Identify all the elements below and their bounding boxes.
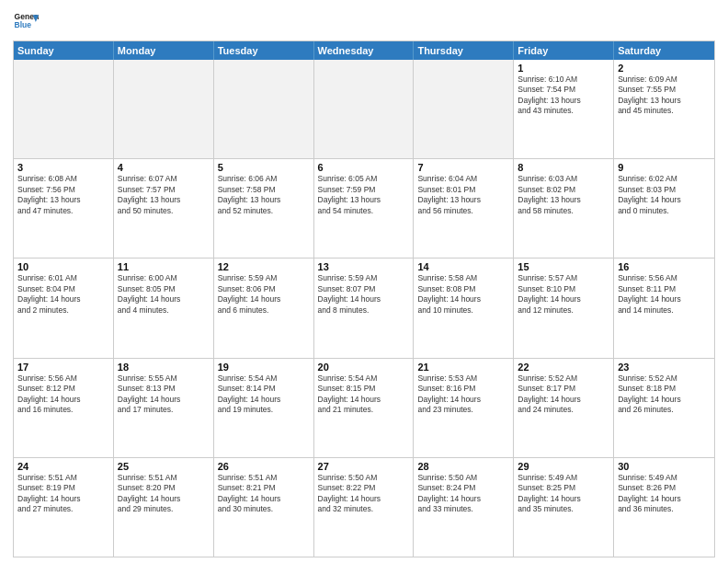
- weekday-header-saturday: Saturday: [614, 41, 714, 60]
- day-cell-30: 30Sunrise: 5:49 AM Sunset: 8:26 PM Dayli…: [614, 458, 714, 557]
- day-number: 12: [218, 261, 310, 272]
- day-info: Sunrise: 6:04 AM Sunset: 8:01 PM Dayligh…: [417, 174, 509, 216]
- day-info: Sunrise: 6:08 AM Sunset: 7:56 PM Dayligh…: [17, 174, 109, 216]
- day-cell-25: 25Sunrise: 5:51 AM Sunset: 8:20 PM Dayli…: [114, 458, 214, 557]
- day-number: 27: [318, 461, 410, 472]
- day-info: Sunrise: 6:07 AM Sunset: 7:57 PM Dayligh…: [118, 174, 210, 216]
- day-number: 7: [417, 162, 509, 173]
- day-number: 4: [118, 162, 210, 173]
- day-info: Sunrise: 6:00 AM Sunset: 8:05 PM Dayligh…: [118, 273, 210, 316]
- day-info: Sunrise: 6:03 AM Sunset: 8:02 PM Dayligh…: [518, 174, 609, 216]
- day-number: 29: [518, 461, 609, 472]
- day-info: Sunrise: 5:55 AM Sunset: 8:13 PM Dayligh…: [118, 373, 210, 416]
- day-cell-6: 6Sunrise: 6:05 AM Sunset: 7:59 PM Daylig…: [314, 159, 415, 258]
- day-cell-26: 26Sunrise: 5:51 AM Sunset: 8:21 PM Dayli…: [214, 458, 314, 557]
- day-cell-29: 29Sunrise: 5:49 AM Sunset: 8:25 PM Dayli…: [514, 458, 614, 557]
- day-info: Sunrise: 5:50 AM Sunset: 8:24 PM Dayligh…: [417, 473, 509, 515]
- day-info: Sunrise: 5:54 AM Sunset: 8:15 PM Dayligh…: [318, 373, 410, 416]
- day-cell-27: 27Sunrise: 5:50 AM Sunset: 8:22 PM Dayli…: [314, 458, 415, 557]
- day-cell-4: 4Sunrise: 6:07 AM Sunset: 7:57 PM Daylig…: [114, 159, 214, 258]
- empty-cell: [314, 60, 415, 158]
- day-info: Sunrise: 5:52 AM Sunset: 8:17 PM Dayligh…: [518, 373, 609, 416]
- day-cell-28: 28Sunrise: 5:50 AM Sunset: 8:24 PM Dayli…: [414, 458, 514, 557]
- day-info: Sunrise: 5:51 AM Sunset: 8:21 PM Dayligh…: [218, 473, 310, 515]
- day-info: Sunrise: 6:10 AM Sunset: 7:54 PM Dayligh…: [518, 75, 609, 117]
- weekday-header-wednesday: Wednesday: [314, 41, 415, 60]
- day-cell-16: 16Sunrise: 5:56 AM Sunset: 8:11 PM Dayli…: [614, 259, 714, 357]
- logo: General Blue: [13, 9, 39, 35]
- calendar: SundayMondayTuesdayWednesdayThursdayFrid…: [13, 40, 715, 557]
- day-info: Sunrise: 6:01 AM Sunset: 8:04 PM Dayligh…: [17, 273, 109, 316]
- day-info: Sunrise: 5:49 AM Sunset: 8:26 PM Dayligh…: [618, 473, 711, 515]
- day-number: 21: [417, 362, 509, 373]
- day-cell-15: 15Sunrise: 5:57 AM Sunset: 8:10 PM Dayli…: [514, 259, 614, 357]
- day-info: Sunrise: 5:58 AM Sunset: 8:08 PM Dayligh…: [417, 273, 509, 316]
- day-cell-21: 21Sunrise: 5:53 AM Sunset: 8:16 PM Dayli…: [414, 359, 514, 457]
- weekday-header-tuesday: Tuesday: [214, 41, 314, 60]
- calendar-row-2: 10Sunrise: 6:01 AM Sunset: 8:04 PM Dayli…: [14, 258, 714, 357]
- day-cell-8: 8Sunrise: 6:03 AM Sunset: 8:02 PM Daylig…: [514, 159, 614, 258]
- day-info: Sunrise: 5:52 AM Sunset: 8:18 PM Dayligh…: [618, 373, 711, 416]
- day-number: 30: [618, 461, 711, 472]
- day-info: Sunrise: 5:51 AM Sunset: 8:19 PM Dayligh…: [17, 473, 109, 515]
- day-number: 14: [417, 261, 509, 272]
- day-number: 15: [518, 261, 609, 272]
- day-cell-12: 12Sunrise: 5:59 AM Sunset: 8:06 PM Dayli…: [214, 259, 314, 357]
- day-number: 19: [218, 362, 310, 373]
- calendar-row-3: 17Sunrise: 5:56 AM Sunset: 8:12 PM Dayli…: [14, 358, 714, 457]
- header: General Blue: [13, 9, 715, 35]
- calendar-row-4: 24Sunrise: 5:51 AM Sunset: 8:19 PM Dayli…: [14, 457, 714, 557]
- empty-cell: [114, 60, 214, 158]
- day-cell-18: 18Sunrise: 5:55 AM Sunset: 8:13 PM Dayli…: [114, 359, 214, 457]
- day-info: Sunrise: 6:06 AM Sunset: 7:58 PM Dayligh…: [218, 174, 310, 216]
- empty-cell: [14, 60, 114, 158]
- day-cell-11: 11Sunrise: 6:00 AM Sunset: 8:05 PM Dayli…: [114, 259, 214, 357]
- logo-icon: General Blue: [13, 9, 39, 35]
- day-info: Sunrise: 5:54 AM Sunset: 8:14 PM Dayligh…: [218, 373, 310, 416]
- day-number: 10: [17, 261, 109, 272]
- weekday-header-friday: Friday: [514, 41, 614, 60]
- day-number: 20: [318, 362, 410, 373]
- day-number: 11: [118, 261, 210, 272]
- day-number: 17: [17, 362, 109, 373]
- day-info: Sunrise: 6:09 AM Sunset: 7:55 PM Dayligh…: [618, 75, 711, 117]
- weekday-header-thursday: Thursday: [414, 41, 514, 60]
- day-info: Sunrise: 5:57 AM Sunset: 8:10 PM Dayligh…: [518, 273, 609, 316]
- weekday-header-sunday: Sunday: [14, 41, 114, 60]
- day-cell-3: 3Sunrise: 6:08 AM Sunset: 7:56 PM Daylig…: [14, 159, 114, 258]
- day-info: Sunrise: 5:53 AM Sunset: 8:16 PM Dayligh…: [417, 373, 509, 416]
- day-cell-23: 23Sunrise: 5:52 AM Sunset: 8:18 PM Dayli…: [614, 359, 714, 457]
- day-cell-1: 1Sunrise: 6:10 AM Sunset: 7:54 PM Daylig…: [514, 60, 614, 158]
- day-info: Sunrise: 5:59 AM Sunset: 8:06 PM Dayligh…: [218, 273, 310, 316]
- day-cell-14: 14Sunrise: 5:58 AM Sunset: 8:08 PM Dayli…: [414, 259, 514, 357]
- calendar-header: SundayMondayTuesdayWednesdayThursdayFrid…: [14, 41, 714, 60]
- svg-text:Blue: Blue: [15, 20, 32, 29]
- day-number: 1: [518, 63, 609, 74]
- day-cell-20: 20Sunrise: 5:54 AM Sunset: 8:15 PM Dayli…: [314, 359, 415, 457]
- day-number: 23: [618, 362, 711, 373]
- empty-cell: [414, 60, 514, 158]
- day-number: 22: [518, 362, 609, 373]
- weekday-header-monday: Monday: [114, 41, 214, 60]
- day-info: Sunrise: 5:51 AM Sunset: 8:20 PM Dayligh…: [118, 473, 210, 515]
- day-number: 6: [318, 162, 410, 173]
- day-number: 5: [218, 162, 310, 173]
- day-number: 16: [618, 261, 711, 272]
- day-cell-10: 10Sunrise: 6:01 AM Sunset: 8:04 PM Dayli…: [14, 259, 114, 357]
- day-number: 2: [618, 63, 711, 74]
- day-info: Sunrise: 6:02 AM Sunset: 8:03 PM Dayligh…: [618, 174, 711, 216]
- day-cell-13: 13Sunrise: 5:59 AM Sunset: 8:07 PM Dayli…: [314, 259, 415, 357]
- day-number: 25: [118, 461, 210, 472]
- day-number: 8: [518, 162, 609, 173]
- day-cell-2: 2Sunrise: 6:09 AM Sunset: 7:55 PM Daylig…: [614, 60, 714, 158]
- calendar-row-0: 1Sunrise: 6:10 AM Sunset: 7:54 PM Daylig…: [14, 60, 714, 158]
- day-cell-17: 17Sunrise: 5:56 AM Sunset: 8:12 PM Dayli…: [14, 359, 114, 457]
- day-number: 13: [318, 261, 410, 272]
- day-number: 26: [218, 461, 310, 472]
- empty-cell: [214, 60, 314, 158]
- day-number: 28: [417, 461, 509, 472]
- calendar-body: 1Sunrise: 6:10 AM Sunset: 7:54 PM Daylig…: [14, 60, 714, 557]
- day-cell-22: 22Sunrise: 5:52 AM Sunset: 8:17 PM Dayli…: [514, 359, 614, 457]
- day-cell-9: 9Sunrise: 6:02 AM Sunset: 8:03 PM Daylig…: [614, 159, 714, 258]
- day-number: 3: [17, 162, 109, 173]
